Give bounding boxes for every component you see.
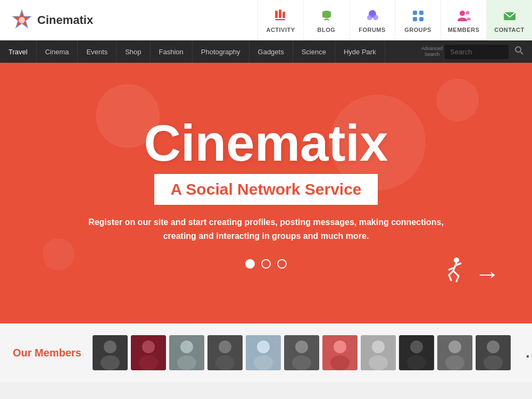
svg-point-34: [180, 340, 193, 353]
svg-point-43: [295, 340, 308, 353]
sec-nav-science[interactable]: Science: [293, 40, 335, 63]
hero-title: Cinematix: [144, 118, 388, 169]
nav-item-groups-label: GROUPS: [404, 27, 431, 33]
sec-nav-cinema[interactable]: Cinema: [37, 40, 78, 63]
member-avatar[interactable]: [399, 335, 434, 370]
search-area: AdvancedSearch: [417, 44, 532, 60]
member-avatar[interactable]: [361, 335, 396, 370]
svg-point-47: [330, 355, 350, 370]
sec-nav-hyde-park[interactable]: Hyde Park: [335, 40, 385, 63]
svg-point-56: [445, 355, 464, 370]
hero-dot-3[interactable]: [277, 259, 287, 269]
activity-icon: [272, 7, 289, 24]
nav-item-blog[interactable]: BLOG: [303, 0, 349, 40]
secondary-navigation: Travel Cinema Events Shop Fashion Photog…: [0, 40, 532, 63]
member-avatars-list: [93, 335, 511, 370]
search-button[interactable]: [511, 44, 528, 60]
svg-point-14: [460, 11, 465, 16]
svg-rect-13: [419, 17, 423, 21]
member-avatar[interactable]: [93, 335, 128, 370]
member-avatar[interactable]: [284, 335, 319, 370]
search-input[interactable]: [445, 45, 509, 59]
svg-point-53: [407, 355, 426, 370]
member-avatar[interactable]: [169, 335, 204, 370]
svg-rect-3: [275, 11, 278, 18]
hero-dot-1[interactable]: [245, 259, 255, 269]
nav-item-forums-label: FORUMS: [359, 27, 386, 33]
hero-dots: [245, 259, 287, 269]
member-avatar[interactable]: [207, 335, 243, 370]
logo-text: Cinematix: [37, 13, 93, 27]
hero-subtitle: A Social Network Service: [170, 180, 361, 198]
top-navigation: Cinematix ACTIVITY BLOG FORUMS: [0, 0, 532, 40]
sec-nav-photography[interactable]: Photography: [193, 40, 250, 63]
member-avatar[interactable]: [437, 335, 472, 370]
svg-point-59: [484, 355, 503, 370]
nav-item-contact[interactable]: CONTACT: [486, 0, 532, 40]
svg-point-38: [215, 355, 235, 370]
member-avatar[interactable]: [246, 335, 281, 370]
svg-point-46: [334, 340, 346, 353]
nav-item-contact-label: CONTACT: [494, 27, 524, 33]
nav-item-groups[interactable]: GROUPS: [395, 0, 440, 40]
svg-line-25: [449, 271, 453, 275]
svg-point-32: [139, 355, 158, 370]
svg-line-20: [453, 263, 456, 271]
forums-icon: [364, 7, 381, 24]
members-icon: [455, 7, 472, 24]
sec-nav-gadgets[interactable]: Gadgets: [250, 40, 293, 63]
hero-dot-2[interactable]: [261, 259, 271, 269]
sec-nav-shop[interactable]: Shop: [117, 40, 150, 63]
svg-point-40: [257, 340, 270, 353]
svg-line-18: [520, 52, 523, 54]
svg-rect-12: [413, 17, 417, 21]
run-icon: [438, 256, 468, 292]
sec-nav-travel[interactable]: Travel: [0, 40, 37, 63]
members-section: Our Members: [0, 323, 532, 382]
member-avatar[interactable]: [131, 335, 166, 370]
svg-point-37: [219, 340, 231, 353]
svg-point-17: [516, 47, 521, 52]
hero-arrow-icon: →: [475, 259, 500, 288]
svg-point-41: [254, 355, 273, 370]
svg-rect-4: [279, 10, 281, 18]
nav-item-forums[interactable]: FORUMS: [349, 0, 395, 40]
hero-description: Register on our site and start creating …: [80, 215, 452, 243]
nav-item-activity[interactable]: ACTIVITY: [257, 0, 303, 40]
hero-subtitle-box: A Social Network Service: [154, 174, 377, 205]
svg-line-26: [449, 275, 451, 280]
svg-point-58: [487, 340, 500, 353]
blog-icon: [318, 7, 335, 24]
our-members-label: Our Members: [13, 347, 82, 359]
nav-item-members[interactable]: MEMBERS: [440, 0, 486, 40]
hero-cta[interactable]: →: [438, 256, 500, 292]
svg-rect-11: [419, 11, 423, 15]
svg-line-23: [453, 271, 459, 276]
contact-icon: [501, 7, 518, 24]
hero-section: Cinematix A Social Network Service Regis…: [0, 63, 532, 323]
svg-rect-10: [413, 11, 417, 15]
logo-area[interactable]: Cinematix: [0, 9, 257, 31]
svg-point-2: [19, 17, 25, 23]
sec-nav-events[interactable]: Events: [78, 40, 117, 63]
members-more-button[interactable]: ...: [521, 344, 532, 361]
sec-nav-fashion[interactable]: Fashion: [151, 40, 193, 63]
advanced-search-label[interactable]: AdvancedSearch: [421, 46, 443, 57]
member-avatar[interactable]: [322, 335, 358, 370]
search-icon: [515, 46, 523, 55]
svg-point-44: [292, 355, 311, 370]
member-avatar[interactable]: [476, 335, 511, 370]
svg-point-9: [367, 15, 372, 20]
svg-point-29: [101, 355, 120, 370]
nav-item-activity-label: ACTIVITY: [266, 27, 295, 33]
svg-line-24: [456, 276, 459, 281]
svg-point-50: [369, 355, 388, 370]
svg-point-28: [104, 340, 117, 353]
svg-point-15: [466, 11, 469, 14]
svg-rect-5: [282, 12, 285, 18]
svg-rect-6: [275, 19, 285, 20]
nav-item-blog-label: BLOG: [318, 27, 336, 33]
svg-point-55: [448, 340, 461, 353]
svg-point-49: [372, 340, 385, 353]
logo-icon: [11, 9, 33, 31]
